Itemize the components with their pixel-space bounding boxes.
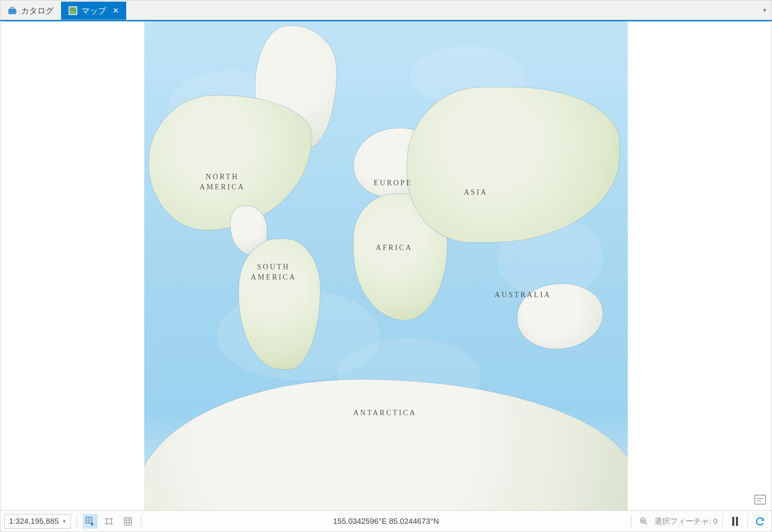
svg-point-11: [111, 518, 112, 520]
svg-rect-0: [9, 9, 16, 14]
zoom-selection-button[interactable]: [636, 514, 651, 529]
tab-map-label: マップ: [82, 5, 106, 16]
snap-settings-button[interactable]: [102, 514, 116, 529]
svg-line-24: [645, 522, 647, 525]
close-icon[interactable]: ✕: [110, 6, 119, 15]
tab-overflow-menu[interactable]: ▼: [762, 7, 767, 14]
svg-rect-1: [11, 7, 14, 9]
refresh-button[interactable]: [753, 514, 767, 529]
briefcase-icon: [8, 6, 17, 15]
separator: [747, 515, 748, 527]
pause-icon: [732, 517, 738, 526]
status-bar: 1:324,195,885 ▼ 155.0342596°E 85.0244673…: [0, 510, 772, 532]
snap-grid-add-button[interactable]: [83, 514, 98, 529]
scale-dropdown[interactable]: 1:324,195,885 ▼: [5, 514, 71, 529]
scale-value: 1:324,195,885: [9, 517, 59, 526]
tab-catalog-label: カタログ: [21, 5, 54, 16]
separator: [141, 515, 141, 527]
separator: [631, 515, 631, 527]
separator: [722, 515, 723, 527]
selection-count: 0: [713, 517, 718, 525]
tab-bar: カタログ マップ ✕ ▼: [0, 0, 772, 20]
svg-rect-4: [70, 7, 76, 14]
map-icon: [68, 6, 77, 15]
tab-map[interactable]: マップ ✕: [61, 2, 126, 20]
layer-list-icon[interactable]: [754, 495, 766, 505]
coordinate-display: 155.0342596°E 85.0244673°N: [333, 517, 439, 526]
grid-button[interactable]: [120, 514, 135, 529]
svg-point-13: [111, 523, 112, 525]
pause-draw-button[interactable]: [728, 514, 742, 529]
svg-point-12: [106, 523, 107, 525]
world-map[interactable]: NORTH AMERICA SOUTH AMERICA EUROPE AFRIC…: [144, 21, 628, 510]
chevron-down-icon: ▼: [62, 519, 67, 524]
svg-rect-18: [124, 518, 132, 525]
tab-catalog[interactable]: カタログ: [0, 2, 61, 20]
svg-point-10: [106, 518, 107, 520]
separator: [77, 515, 77, 527]
map-viewport[interactable]: NORTH AMERICA SOUTH AMERICA EUROPE AFRIC…: [0, 21, 772, 510]
selection-label: 選択フィーチャ:: [654, 517, 711, 525]
